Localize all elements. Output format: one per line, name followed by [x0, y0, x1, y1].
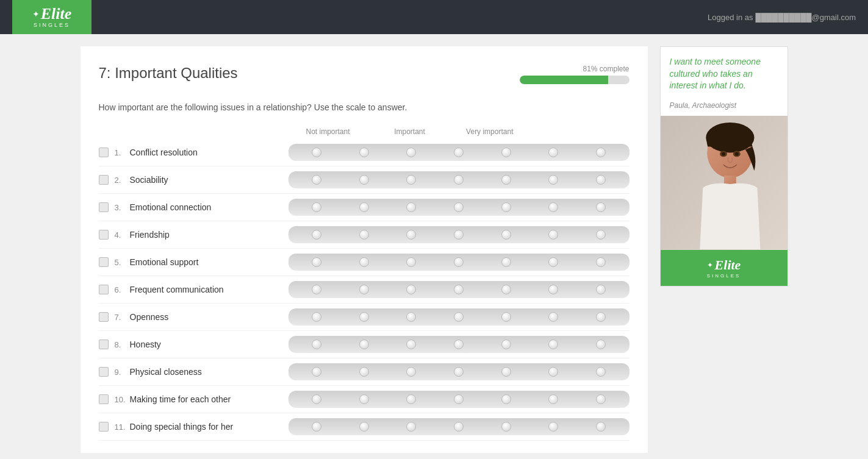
- row-checkbox[interactable]: [99, 175, 109, 185]
- radio-button[interactable]: [501, 202, 511, 212]
- radio-option[interactable]: [340, 394, 388, 404]
- radio-button[interactable]: [548, 148, 558, 157]
- radio-button[interactable]: [312, 202, 321, 212]
- radio-option[interactable]: [293, 230, 341, 240]
- radio-button[interactable]: [501, 175, 511, 185]
- radio-button[interactable]: [548, 394, 558, 404]
- radio-option[interactable]: [340, 148, 388, 157]
- radio-option[interactable]: [293, 285, 341, 294]
- radio-button[interactable]: [501, 367, 511, 377]
- radio-option[interactable]: [388, 394, 436, 404]
- radio-option[interactable]: [388, 340, 436, 349]
- radio-button[interactable]: [596, 367, 606, 377]
- radio-button[interactable]: [359, 257, 369, 267]
- radio-option[interactable]: [482, 367, 530, 377]
- radio-button[interactable]: [406, 367, 416, 377]
- radio-button[interactable]: [312, 312, 321, 322]
- radio-button[interactable]: [406, 202, 416, 212]
- radio-button[interactable]: [406, 230, 416, 240]
- row-checkbox[interactable]: [99, 340, 109, 349]
- radio-option[interactable]: [529, 422, 577, 432]
- radio-option[interactable]: [482, 422, 530, 432]
- radio-button[interactable]: [312, 230, 321, 240]
- radio-option[interactable]: [340, 257, 388, 267]
- radio-button[interactable]: [312, 367, 321, 377]
- radio-button[interactable]: [359, 148, 369, 157]
- radio-option[interactable]: [435, 312, 482, 322]
- radio-button[interactable]: [596, 312, 606, 322]
- radio-button[interactable]: [501, 148, 511, 157]
- radio-option[interactable]: [482, 312, 530, 322]
- radio-button[interactable]: [359, 175, 369, 185]
- radio-button[interactable]: [312, 285, 321, 294]
- radio-option[interactable]: [529, 312, 577, 322]
- radio-option[interactable]: [482, 285, 530, 294]
- radio-button[interactable]: [454, 202, 464, 212]
- radio-button[interactable]: [596, 394, 606, 404]
- radio-button[interactable]: [359, 340, 369, 349]
- radio-option[interactable]: [577, 312, 625, 322]
- radio-button[interactable]: [596, 422, 606, 432]
- radio-button[interactable]: [596, 257, 606, 267]
- radio-option[interactable]: [577, 340, 625, 349]
- radio-option[interactable]: [340, 202, 388, 212]
- radio-button[interactable]: [454, 340, 464, 349]
- radio-button[interactable]: [454, 285, 464, 294]
- radio-button[interactable]: [454, 230, 464, 240]
- radio-option[interactable]: [340, 340, 388, 349]
- row-checkbox[interactable]: [99, 367, 109, 377]
- radio-button[interactable]: [359, 230, 369, 240]
- row-checkbox[interactable]: [99, 312, 109, 322]
- radio-button[interactable]: [548, 312, 558, 322]
- radio-button[interactable]: [359, 312, 369, 322]
- radio-option[interactable]: [435, 394, 482, 404]
- radio-button[interactable]: [406, 175, 416, 185]
- radio-button[interactable]: [596, 175, 606, 185]
- radio-button[interactable]: [454, 367, 464, 377]
- radio-button[interactable]: [596, 202, 606, 212]
- radio-option[interactable]: [293, 367, 341, 377]
- radio-button[interactable]: [406, 340, 416, 349]
- radio-button[interactable]: [454, 148, 464, 157]
- radio-button[interactable]: [548, 175, 558, 185]
- radio-option[interactable]: [435, 175, 482, 185]
- radio-button[interactable]: [406, 148, 416, 157]
- radio-button[interactable]: [312, 257, 321, 267]
- radio-option[interactable]: [577, 285, 625, 294]
- radio-option[interactable]: [435, 367, 482, 377]
- radio-button[interactable]: [359, 422, 369, 432]
- row-checkbox[interactable]: [99, 230, 109, 240]
- radio-button[interactable]: [548, 340, 558, 349]
- radio-button[interactable]: [501, 257, 511, 267]
- radio-button[interactable]: [406, 312, 416, 322]
- radio-option[interactable]: [293, 202, 341, 212]
- logo[interactable]: ✦ Elite SINGLES: [12, 0, 91, 34]
- radio-button[interactable]: [454, 312, 464, 322]
- radio-button[interactable]: [548, 285, 558, 294]
- radio-option[interactable]: [529, 394, 577, 404]
- row-checkbox[interactable]: [99, 257, 109, 267]
- radio-option[interactable]: [293, 394, 341, 404]
- radio-option[interactable]: [577, 230, 625, 240]
- radio-button[interactable]: [596, 230, 606, 240]
- radio-option[interactable]: [388, 230, 436, 240]
- radio-option[interactable]: [293, 422, 341, 432]
- radio-option[interactable]: [388, 367, 436, 377]
- radio-option[interactable]: [482, 340, 530, 349]
- radio-button[interactable]: [359, 367, 369, 377]
- radio-button[interactable]: [454, 422, 464, 432]
- radio-button[interactable]: [312, 340, 321, 349]
- radio-option[interactable]: [435, 230, 482, 240]
- radio-option[interactable]: [340, 422, 388, 432]
- row-checkbox[interactable]: [99, 285, 109, 294]
- radio-option[interactable]: [529, 148, 577, 157]
- radio-option[interactable]: [529, 257, 577, 267]
- radio-option[interactable]: [340, 175, 388, 185]
- radio-button[interactable]: [406, 257, 416, 267]
- radio-option[interactable]: [529, 175, 577, 185]
- radio-option[interactable]: [482, 230, 530, 240]
- row-checkbox[interactable]: [99, 148, 109, 157]
- radio-option[interactable]: [293, 340, 341, 349]
- radio-option[interactable]: [577, 367, 625, 377]
- radio-option[interactable]: [340, 230, 388, 240]
